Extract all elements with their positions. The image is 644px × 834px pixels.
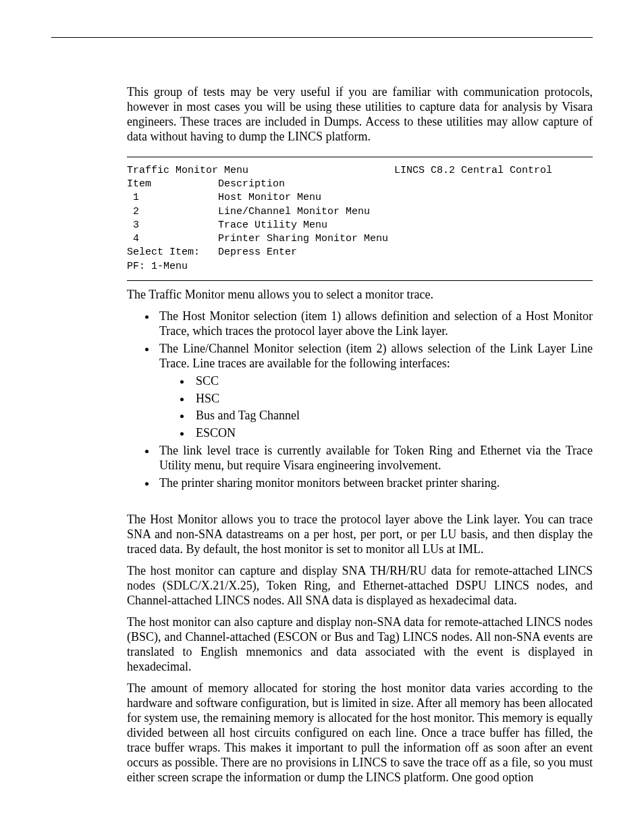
menu-pf-row: PF: 1-Menu [127, 260, 593, 273]
page: This group of tests may be very useful i… [0, 0, 644, 834]
menu-row-4: 4 Printer Sharing Monitor Menu [127, 232, 593, 246]
host-monitor-p3: The host monitor can also capture and di… [127, 615, 593, 675]
menu-row-1-desc: Host Monitor Menu [218, 192, 321, 203]
menu-row-spacer [139, 219, 218, 231]
menu-select-spacer [200, 246, 218, 258]
bullet-2-sub-4: ESCON [192, 426, 593, 441]
after-code-paragraph: The Traffic Monitor menu allows you to s… [127, 288, 593, 303]
menu-row-3-desc: Trace Utility Menu [218, 219, 327, 231]
bullet-list: The Host Monitor selection (item 1) allo… [127, 309, 593, 491]
menu-title-row: Traffic Monitor Menu LINCS C8.2 Central … [127, 164, 593, 178]
menu-header-row: Item Description [127, 178, 593, 191]
bullet-2-sublist: SCC HSC Bus and Tag Channel ESCON [159, 374, 593, 442]
menu-row-spacer [139, 206, 218, 217]
menu-row-2-desc: Line/Channel Monitor Menu [218, 206, 370, 217]
host-monitor-p1: The Host Monitor allows you to trace the… [127, 513, 593, 557]
menu-row-3: 3 Trace Utility Menu [127, 219, 593, 232]
bullet-2-sub-1: SCC [192, 374, 593, 389]
bullet-4: The printer sharing monitor monitors bet… [157, 476, 593, 491]
menu-header-spacer [151, 178, 218, 190]
menu-header-item: Item [127, 178, 151, 190]
host-monitor-p2: The host monitor can capture and display… [127, 564, 593, 608]
content-area: This group of tests may be very useful i… [127, 85, 593, 785]
menu-select-row: Select Item: Depress Enter [127, 246, 593, 259]
host-monitor-p4: The amount of memory allocated for stori… [127, 681, 593, 785]
bullet-2-text: The Line/Channel Monitor selection (item… [159, 342, 593, 370]
menu-select-label: Select Item: [127, 246, 200, 258]
terminal-menu-block: Traffic Monitor Menu LINCS C8.2 Central … [127, 157, 593, 281]
menu-row-2-num: 2 [127, 206, 139, 217]
bullet-2: The Line/Channel Monitor selection (item… [157, 342, 593, 442]
menu-row-1-num: 1 [127, 192, 139, 203]
menu-row-2: 2 Line/Channel Monitor Menu [127, 205, 593, 219]
menu-header-desc: Description [218, 178, 285, 190]
menu-row-3-num: 3 [127, 219, 139, 231]
menu-row-spacer [139, 192, 218, 203]
section-gap [127, 498, 593, 513]
bullet-1: The Host Monitor selection (item 1) allo… [157, 309, 593, 339]
menu-row-4-num: 4 [127, 233, 139, 244]
header-rule [51, 37, 593, 38]
intro-paragraph: This group of tests may be very useful i… [127, 85, 593, 145]
menu-row-4-desc: Printer Sharing Monitor Menu [218, 233, 388, 244]
menu-title-spacer [248, 165, 394, 176]
menu-pf: PF: 1-Menu [127, 261, 188, 272]
menu-select-value: Depress Enter [218, 246, 297, 258]
menu-row-spacer [139, 233, 218, 244]
menu-title-right: LINCS C8.2 Central Control [394, 165, 552, 176]
bullet-2-sub-3: Bus and Tag Channel [192, 409, 593, 423]
bullet-2-sub-2: HSC [192, 392, 593, 407]
menu-row-1: 1 Host Monitor Menu [127, 191, 593, 205]
bullet-3: The link level trace is currently availa… [157, 444, 593, 473]
menu-title-left: Traffic Monitor Menu [127, 165, 248, 176]
